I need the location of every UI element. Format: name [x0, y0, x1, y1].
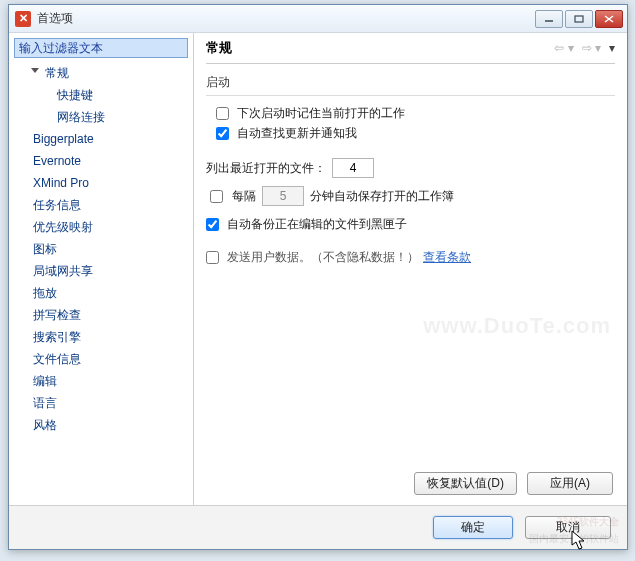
panel-title: 常规 [206, 39, 554, 57]
sidebar-item-language[interactable]: 语言 [9, 392, 193, 414]
startup-group-title: 启动 [206, 74, 615, 91]
autosave-suffix-label: 分钟自动保存打开的工作簿 [310, 188, 454, 205]
panel-buttons: 恢复默认值(D) 应用(A) [414, 472, 613, 495]
panel-nav: ⇦ ▾ ⇨ ▾ ▾ [554, 41, 615, 55]
auto-backup-label: 自动备份正在编辑的文件到黑匣子 [227, 216, 407, 233]
maximize-icon [574, 15, 584, 23]
sidebar-item-edit[interactable]: 编辑 [9, 370, 193, 392]
recent-files-label: 列出最近打开的文件： [206, 160, 326, 177]
sidebar-item-xmindpro[interactable]: XMind Pro [9, 172, 193, 194]
sidebar-item-network[interactable]: 网络连接 [9, 106, 193, 128]
watermark-badge: 2345软件大全 [557, 515, 619, 529]
sidebar: 常规 快捷键 网络连接 Biggerplate Evernote XMind P… [9, 33, 194, 505]
close-icon [604, 15, 614, 23]
watermark-domain: www.DuoTe.com [423, 313, 611, 339]
auto-update-label: 自动查找更新并通知我 [237, 125, 357, 142]
maximize-button[interactable] [565, 10, 593, 28]
autosave-checkbox[interactable] [210, 190, 223, 203]
forward-icon[interactable]: ⇨ ▾ [582, 41, 601, 55]
app-icon: ✕ [15, 11, 31, 27]
preferences-window: ✕ 首选项 常规 快捷键 网络连接 Biggerplate Evernote X… [8, 4, 628, 550]
startup-group: 启动 下次启动时记住当前打开的工作 自动查找更新并通知我 [206, 74, 615, 142]
recent-files-input[interactable] [332, 158, 374, 178]
sidebar-item-general[interactable]: 常规 [9, 62, 193, 84]
auto-backup-row[interactable]: 自动备份正在编辑的文件到黑匣子 [206, 216, 615, 233]
send-data-label: 发送用户数据。（不含隐私数据！） [227, 249, 419, 266]
recent-files-row: 列出最近打开的文件： [206, 158, 615, 178]
titlebar: ✕ 首选项 [9, 5, 627, 33]
panel-header: 常规 ⇦ ▾ ⇨ ▾ ▾ [206, 39, 615, 64]
window-title: 首选项 [37, 10, 535, 27]
apply-button[interactable]: 应用(A) [527, 472, 613, 495]
sidebar-item-search[interactable]: 搜索引擎 [9, 326, 193, 348]
sidebar-item-fileinfo[interactable]: 文件信息 [9, 348, 193, 370]
svg-rect-1 [575, 16, 583, 22]
sidebar-item-style[interactable]: 风格 [9, 414, 193, 436]
terms-link[interactable]: 查看条款 [423, 249, 471, 266]
remember-open-label: 下次启动时记住当前打开的工作 [237, 105, 405, 122]
menu-icon[interactable]: ▾ [609, 41, 615, 55]
filter-input[interactable] [14, 38, 188, 58]
main-panel: 常规 ⇦ ▾ ⇨ ▾ ▾ 启动 下次启动时记住当前打开的工作 自动查找更新 [194, 33, 627, 505]
remember-open-row[interactable]: 下次启动时记住当前打开的工作 [216, 105, 615, 122]
sidebar-item-evernote[interactable]: Evernote [9, 150, 193, 172]
content-area: 常规 快捷键 网络连接 Biggerplate Evernote XMind P… [9, 33, 627, 505]
autosave-every-label: 每隔 [232, 188, 256, 205]
close-button[interactable] [595, 10, 623, 28]
auto-update-checkbox[interactable] [216, 127, 229, 140]
minimize-button[interactable] [535, 10, 563, 28]
restore-defaults-button[interactable]: 恢复默认值(D) [414, 472, 517, 495]
window-controls [535, 10, 623, 28]
send-data-row: 发送用户数据。（不含隐私数据！） 查看条款 [206, 249, 615, 266]
sidebar-item-shortcuts[interactable]: 快捷键 [9, 84, 193, 106]
sidebar-item-biggerplate[interactable]: Biggerplate [9, 128, 193, 150]
sidebar-item-icons[interactable]: 图标 [9, 238, 193, 260]
auto-update-row[interactable]: 自动查找更新并通知我 [216, 125, 615, 142]
category-tree[interactable]: 常规 快捷键 网络连接 Biggerplate Evernote XMind P… [9, 60, 193, 505]
autosave-row: 每隔 分钟自动保存打开的工作簿 [206, 186, 615, 206]
back-icon[interactable]: ⇦ ▾ [554, 41, 573, 55]
remember-open-checkbox[interactable] [216, 107, 229, 120]
ok-button[interactable]: 确定 [433, 516, 513, 539]
send-data-checkbox[interactable] [206, 251, 219, 264]
auto-backup-checkbox[interactable] [206, 218, 219, 231]
sidebar-item-priority[interactable]: 优先级映射 [9, 216, 193, 238]
watermark-tagline: 国内最安全的软件站 [529, 532, 619, 546]
sidebar-item-spell[interactable]: 拼写检查 [9, 304, 193, 326]
sidebar-item-lan[interactable]: 局域网共享 [9, 260, 193, 282]
minimize-icon [544, 15, 554, 23]
sidebar-item-dragdrop[interactable]: 拖放 [9, 282, 193, 304]
autosave-minutes-input[interactable] [262, 186, 304, 206]
sidebar-item-taskinfo[interactable]: 任务信息 [9, 194, 193, 216]
